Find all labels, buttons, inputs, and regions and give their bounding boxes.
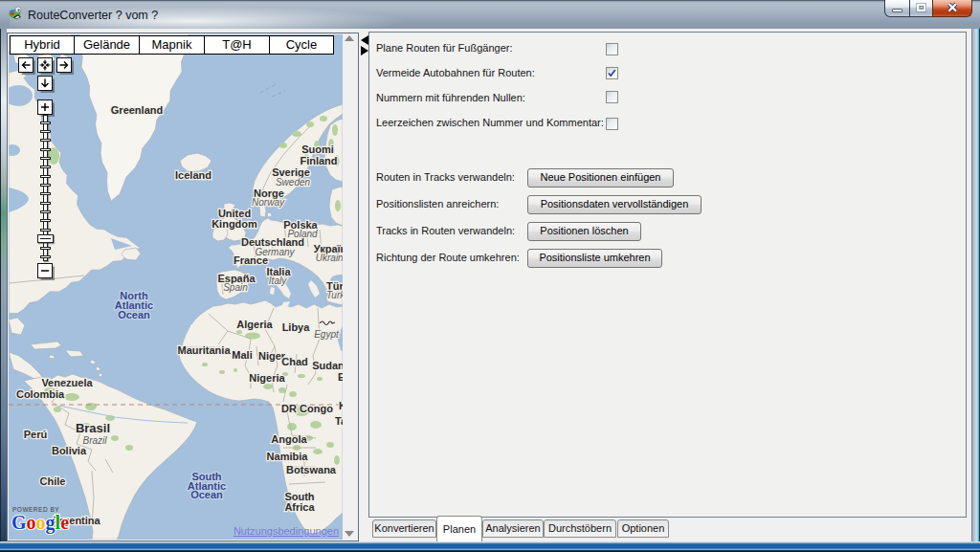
svg-text:Chad: Chad xyxy=(281,356,308,367)
svg-text:Perú: Perú xyxy=(24,429,47,440)
svg-text:Ocean: Ocean xyxy=(118,309,150,320)
svg-text:Brasil: Brasil xyxy=(76,421,110,435)
svg-text:Ocean: Ocean xyxy=(190,489,223,500)
svg-text:Poland: Poland xyxy=(287,229,318,239)
svg-text:Angola: Angola xyxy=(271,433,307,445)
svg-text:Venezuela: Venezuela xyxy=(41,377,93,388)
svg-text:Eth: Eth xyxy=(338,371,343,383)
svg-text:Tanz: Tanz xyxy=(335,415,343,427)
svg-text:DR Congo: DR Congo xyxy=(281,403,333,414)
svg-text:Libya: Libya xyxy=(282,321,311,333)
svg-text:Finland: Finland xyxy=(300,155,337,166)
svg-text:Algeria: Algeria xyxy=(236,319,273,330)
svg-text:Google: Google xyxy=(11,512,69,534)
svg-text:Brazil: Brazil xyxy=(82,435,107,446)
svg-text:Norway: Norway xyxy=(252,197,285,208)
svg-text:Mali: Mali xyxy=(232,349,252,361)
svg-text:Egypt: Egypt xyxy=(314,329,340,340)
svg-text:Chile: Chile xyxy=(40,475,66,487)
svg-text:Nutzungsbedingungen: Nutzungsbedingungen xyxy=(234,525,339,537)
svg-text:Ke: Ke xyxy=(339,400,343,411)
svg-text:Germany: Germany xyxy=(255,247,295,257)
svg-text:Kingdom: Kingdom xyxy=(212,218,257,230)
svg-text:Colombia: Colombia xyxy=(16,388,65,400)
svg-text:Iceland: Iceland xyxy=(175,169,212,181)
svg-text:Turkey: Turkey xyxy=(326,290,343,300)
svg-text:Ukraine: Ukraine xyxy=(316,253,343,263)
svg-text:Africa: Africa xyxy=(284,501,315,513)
svg-text:Greenland: Greenland xyxy=(111,104,163,116)
svg-text:Botswana: Botswana xyxy=(286,464,337,475)
svg-text:Nigeria: Nigeria xyxy=(249,372,285,384)
svg-text:Suomi: Suomi xyxy=(301,144,334,155)
svg-text:Mauritania: Mauritania xyxy=(177,344,231,356)
svg-text:Namibia: Namibia xyxy=(267,451,309,462)
svg-text:Spain: Spain xyxy=(223,282,248,293)
svg-text:Italy: Italy xyxy=(269,276,287,286)
svg-text:Sweden: Sweden xyxy=(276,177,311,188)
svg-text:Sudan: Sudan xyxy=(312,360,343,371)
svg-text:Bolivia: Bolivia xyxy=(52,445,87,456)
